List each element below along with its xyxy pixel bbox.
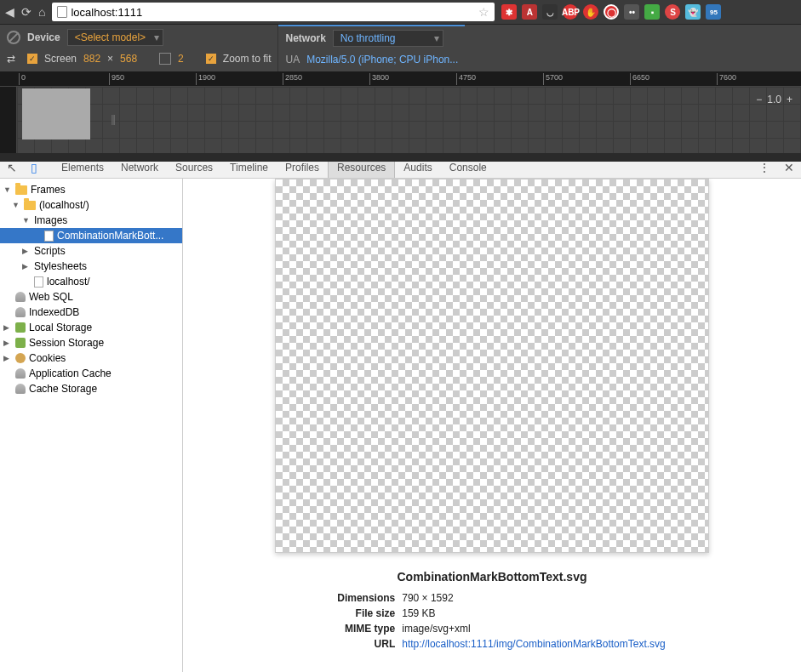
address-bar[interactable]: ☆ <box>52 3 495 21</box>
ruler-tick: 950 <box>109 73 124 85</box>
screen-width[interactable]: 882 <box>83 53 100 65</box>
tree-localhost[interactable]: ▼(localhost/) <box>0 197 182 213</box>
tree-images[interactable]: ▼Images <box>0 213 182 228</box>
screen-checkbox[interactable]: ✓ <box>27 54 37 64</box>
ruler-tick: 5700 <box>543 73 563 85</box>
ruler-tick: 0 <box>19 73 26 85</box>
ua-value[interactable]: Mozilla/5.0 (iPhone; CPU iPhon... <box>306 54 458 65</box>
ext-icon-10[interactable]: 👻 <box>685 4 701 20</box>
meta-mime-label: MIME type <box>318 621 395 636</box>
meta-dimensions-label: Dimensions <box>318 590 395 606</box>
resize-handle[interactable]: ||| <box>111 112 114 125</box>
horizontal-ruler: 0 950 1900 2850 3800 4750 5700 6650 7600 <box>0 71 801 87</box>
zoom-controls: − 1.0 + <box>756 94 792 105</box>
zoom-checkbox[interactable]: ✓ <box>206 54 216 64</box>
ext-icon-9[interactable]: S <box>665 4 680 20</box>
preview-filename: CombinationMarkBottomText.svg <box>398 570 587 584</box>
device-model-select[interactable]: <Select model> <box>67 29 163 46</box>
tree-sessionstorage[interactable]: ▶Session Storage <box>0 335 182 350</box>
meta-mime-value: image/svg+xml <box>402 621 470 636</box>
tree-cookies[interactable]: ▶Cookies <box>0 350 182 366</box>
network-label: Network <box>285 32 325 44</box>
tree-websql[interactable]: Web SQL <box>0 289 182 305</box>
page-icon <box>57 6 67 18</box>
extension-icons: ✱ A ◡ ABP ✋ ◯ •• ▪ S 👻 95 <box>501 4 721 20</box>
database-icon <box>15 307 26 317</box>
meta-url-label: URL <box>318 636 395 652</box>
dpr-icon <box>159 53 171 65</box>
ua-label: UA <box>285 54 300 65</box>
times-label: × <box>107 53 113 65</box>
device-viewport: 0 950 1900 2850 3800 4750 5700 6650 7600… <box>0 71 801 157</box>
toggle-icon[interactable]: ⇄ <box>7 53 20 65</box>
zoom-in-button[interactable]: + <box>787 94 792 105</box>
ext-icon-2[interactable]: A <box>522 4 537 20</box>
tree-localstorage[interactable]: ▶Local Storage <box>0 320 182 335</box>
ruler-tick: 2850 <box>283 73 302 85</box>
preview-metadata: Dimensions790 × 1592 File size159 KB MIM… <box>318 590 665 652</box>
resources-sidebar: ▼Frames ▼(localhost/) ▼Images Combinatio… <box>0 179 183 672</box>
device-mode-icon[interactable]: ▯ <box>24 161 44 174</box>
tree-indexeddb[interactable]: IndexedDB <box>0 305 182 320</box>
canvas-area[interactable]: ||| − 1.0 + <box>17 87 801 153</box>
ext-icon-5[interactable]: ✋ <box>583 4 598 20</box>
ruler-tick: 1900 <box>196 73 215 85</box>
ext-icon-11[interactable]: 95 <box>706 4 721 20</box>
tree-scripts[interactable]: ▶Scripts <box>0 243 182 259</box>
ruler-tick: 7600 <box>717 73 736 85</box>
cookie-icon <box>15 353 26 363</box>
screen-height[interactable]: 568 <box>120 53 137 65</box>
device-toolbar: Device <Select model> ⇄ ✓ Screen 882 × 5… <box>0 24 801 71</box>
close-devtools-icon[interactable]: ✕ <box>777 161 801 174</box>
no-device-icon[interactable] <box>7 31 20 44</box>
storage-icon <box>15 322 26 333</box>
tree-appcache[interactable]: Application Cache <box>0 366 182 381</box>
tree-stylesheets[interactable]: ▶Stylesheets <box>0 259 182 274</box>
ext-icon-6[interactable]: ◯ <box>604 4 619 20</box>
dpr-value[interactable]: 2 <box>178 53 184 65</box>
meta-filesize-label: File size <box>318 606 395 621</box>
back-icon[interactable]: ◀ <box>5 5 14 19</box>
emulated-page[interactable] <box>22 88 90 140</box>
meta-filesize-value: 159 KB <box>402 606 435 621</box>
devtools-body: ▼Frames ▼(localhost/) ▼Images Combinatio… <box>0 179 801 672</box>
ruler-tick: 6650 <box>630 73 649 85</box>
zoom-out-button[interactable]: − <box>756 94 762 105</box>
ext-icon-7[interactable]: •• <box>624 4 639 20</box>
meta-url-value[interactable]: http://localhost:1111/img/CombinationMar… <box>402 636 665 652</box>
folder-icon <box>15 185 27 195</box>
ext-icon-3[interactable]: ◡ <box>542 4 558 20</box>
resource-preview-pane: CombinationMarkBottomText.svg Dimensions… <box>183 179 801 672</box>
screen-label: Screen <box>44 53 77 65</box>
tree-cachestorage[interactable]: Cache Storage <box>0 381 182 396</box>
horizontal-scrollbar[interactable] <box>0 153 801 162</box>
image-preview <box>275 179 709 553</box>
abp-icon[interactable]: ABP <box>563 4 578 20</box>
storage-icon <box>15 338 26 348</box>
url-input[interactable] <box>71 6 475 19</box>
file-icon <box>44 231 54 242</box>
kebab-menu-icon[interactable]: ⋮ <box>752 161 777 174</box>
meta-dimensions-value: 790 × 1592 <box>402 590 453 606</box>
device-label: Device <box>27 31 60 43</box>
zoom-value: 1.0 <box>767 94 781 105</box>
ext-icon-1[interactable]: ✱ <box>501 4 517 20</box>
file-icon <box>34 276 43 288</box>
ruler-tick: 3800 <box>369 73 389 85</box>
ruler-tick: 4750 <box>456 73 476 85</box>
folder-icon <box>24 201 36 210</box>
tree-frames[interactable]: ▼Frames <box>0 182 182 197</box>
home-icon[interactable]: ⌂ <box>38 5 45 19</box>
vertical-ruler <box>0 87 17 153</box>
database-icon <box>15 292 26 302</box>
reload-icon[interactable]: ⟳ <box>21 5 31 19</box>
tree-localhost-file[interactable]: localhost/ <box>0 274 182 289</box>
inspect-icon[interactable]: ↖ <box>0 161 24 174</box>
database-icon <box>15 368 26 379</box>
ext-icon-8[interactable]: ▪ <box>644 4 660 20</box>
browser-chrome: ◀ ⟳ ⌂ ☆ ✱ A ◡ ABP ✋ ◯ •• ▪ S 👻 95 <box>0 0 801 24</box>
database-icon <box>15 384 26 394</box>
bookmark-star-icon[interactable]: ☆ <box>478 5 489 19</box>
tree-selected-image[interactable]: CombinationMarkBott... <box>0 228 182 243</box>
throttling-select[interactable]: No throttling <box>333 30 443 47</box>
